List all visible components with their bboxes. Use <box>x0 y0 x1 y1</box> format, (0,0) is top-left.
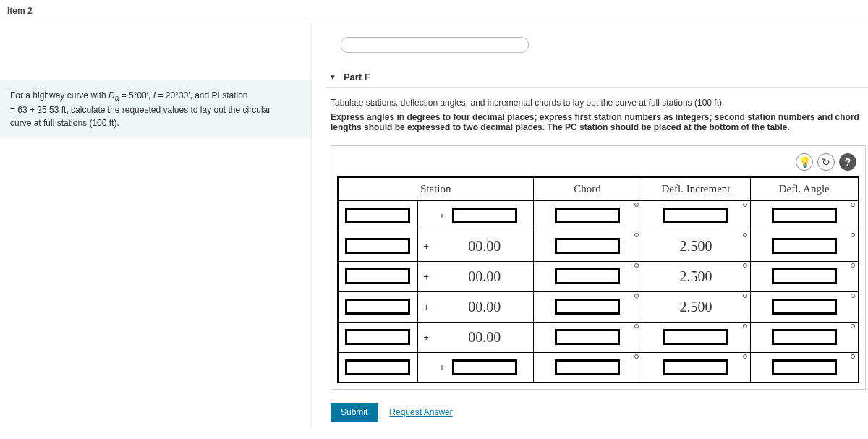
submit-button[interactable]: Submit <box>331 403 378 422</box>
chord-input[interactable] <box>555 238 620 254</box>
problem-text: = 20°30′, and PI station <box>156 90 247 101</box>
station-minor-value: 00.00 <box>436 299 532 315</box>
symbol-da: D <box>109 90 115 101</box>
unit-indicator-icon <box>851 263 855 268</box>
chevron-down-icon: ▼ <box>329 73 336 81</box>
plus-sign: + <box>421 302 433 312</box>
unit-indicator-icon <box>634 263 639 268</box>
station-minor-value: 00.00 <box>436 268 532 285</box>
part-label: Part F <box>344 72 370 82</box>
chord-input[interactable] <box>555 208 620 223</box>
defl-increment-value: 2.500 <box>644 238 749 255</box>
unit-indicator-icon <box>634 324 639 328</box>
header-station: Station <box>338 177 533 200</box>
defl-increment-value: 2.500 <box>644 299 749 315</box>
station-minor-value: 00.00 <box>436 329 532 346</box>
header-chord: Chord <box>533 177 642 200</box>
unit-indicator-icon <box>743 233 747 237</box>
unit-indicator-icon <box>634 294 639 298</box>
defl-increment-input[interactable] <box>663 359 728 375</box>
problem-text: = 5°00′, <box>119 90 153 101</box>
item-label: Item 2 <box>7 6 33 16</box>
station-minor-value: 00.00 <box>436 238 532 255</box>
plus-sign: + <box>421 332 433 343</box>
station-major-input[interactable] <box>345 359 410 375</box>
defl-increment-value: 2.500 <box>644 268 749 285</box>
help-icon[interactable]: ? <box>839 153 856 171</box>
instruction-line: Tabulate stations, deflection angles, an… <box>331 98 866 108</box>
defl-angle-input[interactable] <box>772 268 837 284</box>
hint-icon[interactable]: 💡 <box>796 153 813 171</box>
plus-sign: + <box>436 362 448 372</box>
plus-sign: + <box>421 271 433 282</box>
defl-angle-input[interactable] <box>772 208 837 223</box>
redo-icon[interactable]: ↻ <box>817 153 835 171</box>
chord-input[interactable] <box>555 299 620 315</box>
unit-indicator-icon <box>743 203 747 207</box>
unit-indicator-icon <box>743 324 747 328</box>
part-instructions: Tabulate stations, deflection angles, an… <box>326 88 868 135</box>
unit-indicator-icon <box>851 324 855 328</box>
problem-text: For a highway curve with <box>10 90 109 101</box>
problem-statement: For a highway curve with Da = 5°00′, I =… <box>0 80 311 138</box>
request-answer-link[interactable]: Request Answer <box>389 407 452 417</box>
unit-indicator-icon <box>743 263 747 268</box>
defl-angle-input[interactable] <box>772 299 837 315</box>
defl-increment-input[interactable] <box>663 208 728 223</box>
station-major-input[interactable] <box>345 329 410 345</box>
unit-indicator-icon <box>743 294 747 298</box>
unit-indicator-icon <box>851 203 855 207</box>
station-table: Station Chord Defl. Increment Defl. Angl… <box>337 176 859 383</box>
plus-sign: + <box>421 241 433 252</box>
header-defl-angle: Defl. Angle <box>750 177 859 200</box>
station-major-input[interactable] <box>345 238 410 254</box>
unit-indicator-icon <box>634 203 639 207</box>
chord-input[interactable] <box>555 268 620 284</box>
plus-sign: + <box>436 210 448 221</box>
station-minor-input[interactable] <box>452 359 517 375</box>
station-major-input[interactable] <box>345 299 410 315</box>
chord-input[interactable] <box>555 329 620 345</box>
unit-indicator-icon <box>851 233 855 237</box>
problem-text: curve at full stations (100 ft). <box>10 118 119 128</box>
unit-indicator-icon <box>634 233 639 237</box>
chord-input[interactable] <box>555 359 620 375</box>
station-major-input[interactable] <box>345 208 410 223</box>
problem-text: = 63 + 25.53 ft, calculate the requested… <box>10 105 271 115</box>
answer-area: 💡 ↻ ? Station Chord Defl. Increment Defl… <box>331 145 866 390</box>
defl-angle-input[interactable] <box>772 238 837 254</box>
instruction-line-bold: Express angles in degrees to four decima… <box>331 112 866 132</box>
top-input-placeholder[interactable] <box>341 37 529 53</box>
defl-angle-input[interactable] <box>772 359 837 375</box>
unit-indicator-icon <box>851 294 855 298</box>
defl-angle-input[interactable] <box>772 329 837 345</box>
station-minor-input[interactable] <box>452 208 517 223</box>
part-header[interactable]: ▼ Part F <box>326 67 868 88</box>
defl-increment-input[interactable] <box>663 329 728 345</box>
header-defl-increment: Defl. Increment <box>642 177 750 200</box>
item-header: Item 2 <box>0 0 868 22</box>
unit-indicator-icon <box>851 354 855 359</box>
unit-indicator-icon <box>634 354 639 359</box>
station-major-input[interactable] <box>345 268 410 284</box>
unit-indicator-icon <box>743 354 747 359</box>
